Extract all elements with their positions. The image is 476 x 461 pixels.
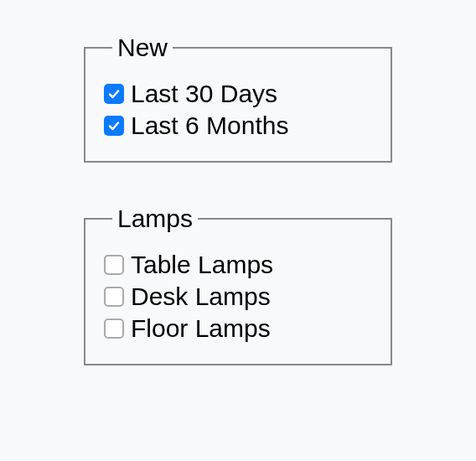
legend-lamps: Lamps xyxy=(112,205,198,233)
checkbox-icon xyxy=(104,84,124,104)
checkbox-label: Last 6 Months xyxy=(131,111,288,141)
checkbox-icon xyxy=(104,116,124,136)
checkbox-icon xyxy=(104,255,124,275)
checkbox-label: Table Lamps xyxy=(131,250,273,280)
option-floor-lamps[interactable]: Floor Lamps xyxy=(104,313,372,344)
option-desk-lamps[interactable]: Desk Lamps xyxy=(104,282,372,312)
checkbox-label: Desk Lamps xyxy=(131,282,271,312)
checkbox-label: Floor Lamps xyxy=(131,313,271,344)
checkbox-label: Last 30 Days xyxy=(131,79,277,109)
option-last-30-days[interactable]: Last 30 Days xyxy=(104,79,372,109)
legend-new: New xyxy=(112,34,173,62)
option-last-6-months[interactable]: Last 6 Months xyxy=(104,111,372,141)
fieldset-new: New Last 30 Days Last 6 Months xyxy=(84,34,392,163)
checkbox-icon xyxy=(104,287,124,307)
option-table-lamps[interactable]: Table Lamps xyxy=(104,250,372,280)
fieldset-lamps: Lamps Table Lamps Desk Lamps Floor Lamps xyxy=(84,205,392,365)
checkbox-icon xyxy=(104,319,124,339)
